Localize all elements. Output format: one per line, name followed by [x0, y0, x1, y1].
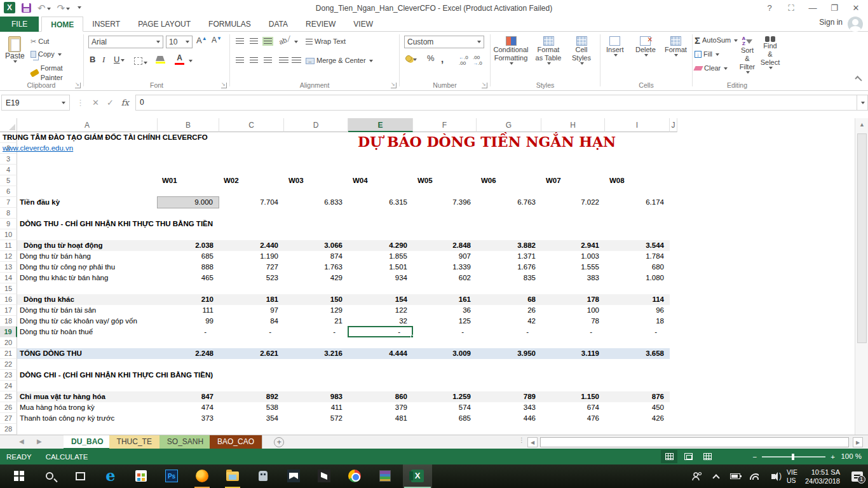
expand-formula-bar-icon[interactable] — [857, 95, 868, 111]
value-cell[interactable]: 114 — [605, 294, 664, 305]
delete-cells-button[interactable]: ✕ Delete — [632, 34, 660, 58]
status-calculate[interactable]: CALCULATE — [46, 453, 88, 461]
value-cell[interactable]: 6.315 — [348, 197, 407, 208]
zoom-level[interactable]: 100 % — [841, 449, 862, 464]
scroll-right-icon[interactable]: ▶ — [853, 437, 863, 447]
insert-function-icon[interactable]: fx — [121, 98, 129, 107]
value-cell[interactable]: 1.784 — [605, 251, 664, 262]
row-label-cell[interactable]: Dòng thu từ các khoản vay/ góp vốn — [20, 316, 137, 327]
value-cell[interactable]: 1.555 — [541, 262, 599, 273]
value-cell[interactable]: 674 — [541, 402, 599, 413]
value-cell[interactable]: 161 — [413, 294, 471, 305]
italic-button[interactable]: I — [102, 55, 105, 65]
ribbon-tab-insert[interactable]: INSERT — [83, 17, 129, 32]
customize-qat-icon[interactable] — [78, 6, 81, 9]
sign-in-link[interactable]: Sign in — [819, 18, 843, 27]
ribbon-tab-file[interactable]: FILE — [0, 17, 39, 32]
column-header-E[interactable]: E — [348, 118, 413, 132]
value-cell[interactable]: 1.190 — [219, 251, 278, 262]
grow-font-button[interactable]: A▲ — [196, 36, 207, 45]
value-cell[interactable]: - — [219, 327, 271, 337]
font-dialog-launcher[interactable]: ↘ — [221, 83, 227, 88]
row-label-cell[interactable]: DÒNG CHI - (CHỈ GHI NHẬN KHI THỰC CHI BẰ… — [20, 370, 213, 381]
value-cell[interactable]: 21 — [284, 316, 342, 327]
formula-input[interactable]: 0 — [135, 95, 857, 111]
close-button[interactable]: ✕ — [846, 1, 865, 15]
value-cell[interactable]: 789 — [477, 391, 536, 402]
value-cell[interactable]: 6.174 — [605, 197, 664, 208]
value-cell[interactable]: 42 — [477, 316, 536, 327]
column-header-H[interactable]: H — [541, 118, 605, 132]
value-cell[interactable]: 3.544 — [605, 240, 664, 251]
normal-view-button[interactable] — [661, 450, 677, 463]
format-cells-button[interactable]: Format — [661, 34, 691, 58]
clock[interactable]: 10:51 SA24/03/2018 — [805, 468, 840, 485]
help-button[interactable]: ? — [760, 1, 779, 15]
value-cell[interactable]: 1.676 — [477, 262, 536, 273]
value-cell[interactable]: 129 — [284, 305, 342, 316]
value-cell[interactable]: 3.658 — [605, 348, 664, 359]
row-label-cell[interactable]: Dòng thu từ bán hàng — [20, 251, 91, 262]
font-size-combo[interactable]: 10 — [166, 36, 193, 48]
horizontal-scroll-thumb[interactable] — [540, 437, 849, 447]
value-cell[interactable]: 7.022 — [541, 197, 599, 208]
value-cell[interactable]: 835 — [477, 273, 536, 283]
value-cell[interactable]: 680 — [605, 262, 664, 273]
value-cell[interactable]: 373 — [158, 413, 214, 424]
user-avatar[interactable] — [848, 17, 863, 32]
value-cell[interactable]: 4.290 — [348, 240, 407, 251]
value-cell[interactable]: 150 — [284, 294, 342, 305]
excel-taskbar-icon[interactable]: X — [409, 468, 426, 484]
week-header-W07[interactable]: W07 — [546, 175, 561, 186]
insert-cells-button[interactable]: Insert — [602, 34, 628, 58]
value-cell[interactable]: 450 — [605, 402, 664, 413]
value-cell[interactable]: 574 — [413, 402, 471, 413]
select-all-corner[interactable] — [0, 118, 17, 132]
value-cell[interactable]: - — [477, 327, 529, 337]
zoom-out-icon[interactable]: − — [753, 453, 757, 461]
enter-formula-icon[interactable]: ✓ — [107, 98, 114, 107]
value-cell[interactable]: 1.003 — [541, 251, 599, 262]
page-layout-view-button[interactable] — [680, 450, 696, 463]
value-cell[interactable]: 727 — [219, 262, 278, 273]
value-cell[interactable]: 411 — [284, 402, 342, 413]
sheet-tab-so_sanh[interactable]: SO_SANH — [159, 435, 212, 449]
mail-icon[interactable] — [285, 468, 302, 484]
sheet-tab-bao_cao[interactable]: BAO_CAO — [210, 435, 262, 449]
align-center-icon[interactable] — [250, 57, 258, 64]
row-label-cell[interactable]: Dòng thu khác từ bán hàng — [20, 273, 108, 283]
fill-button[interactable]: ↓ Fill — [695, 50, 719, 59]
week-header-W06[interactable]: W06 — [481, 175, 496, 186]
firefox-icon[interactable] — [193, 468, 211, 484]
name-box[interactable]: E19 — [1, 95, 70, 111]
underline-button[interactable]: U — [114, 55, 125, 64]
paste-button[interactable]: Paste — [1, 34, 29, 65]
value-cell[interactable]: 474 — [158, 402, 214, 413]
robot-app-icon[interactable] — [254, 468, 272, 484]
font-color-button[interactable]: A — [175, 53, 184, 65]
value-cell[interactable]: 1.259 — [413, 391, 471, 402]
value-cell[interactable]: 876 — [605, 391, 664, 402]
clipboard-dialog-launcher[interactable]: ↘ — [75, 83, 81, 88]
ribbon-tab-home[interactable]: HOME — [41, 17, 83, 32]
middle-align-icon[interactable] — [250, 38, 258, 44]
value-cell[interactable]: 354 — [219, 413, 278, 424]
value-cell[interactable]: 100 — [541, 305, 599, 316]
value-cell[interactable]: 523 — [219, 273, 278, 283]
value-cell[interactable]: - — [541, 327, 592, 337]
value-cell[interactable]: 3.119 — [541, 348, 599, 359]
increase-indent-icon[interactable] — [292, 57, 301, 64]
prev-sheet-icon[interactable]: ◀ — [19, 438, 24, 445]
company-name-cell[interactable]: TRUNG TÂM ĐÀO TẠO GIÁM ĐỐC TÀI CHÍNH CLE… — [3, 132, 208, 143]
value-cell[interactable]: 2.038 — [158, 240, 214, 251]
volume-icon[interactable] — [768, 471, 779, 482]
value-cell[interactable]: 26 — [477, 305, 536, 316]
value-cell[interactable]: - — [605, 327, 657, 337]
column-header-C[interactable]: C — [219, 118, 284, 132]
value-cell[interactable]: 907 — [413, 251, 471, 262]
row-label-cell[interactable]: Mua hàng hóa trong kỳ — [20, 402, 95, 413]
wifi-icon[interactable] — [749, 471, 760, 482]
alignment-dialog-launcher[interactable]: ↘ — [391, 83, 397, 88]
value-cell[interactable]: 383 — [541, 273, 599, 283]
value-cell[interactable]: 481 — [348, 413, 407, 424]
